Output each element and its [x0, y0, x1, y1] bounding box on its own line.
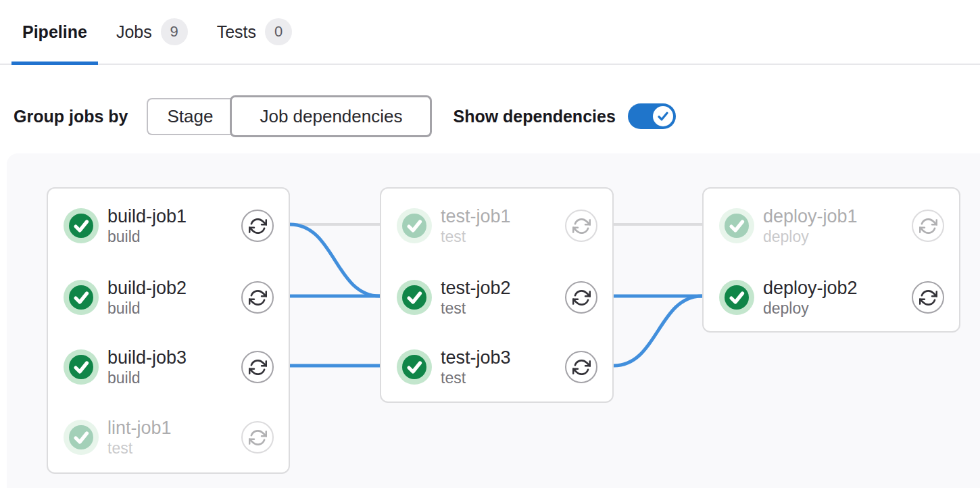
retry-icon: [572, 289, 591, 307]
job-name: deploy-job1: [763, 205, 858, 228]
show-dependencies-label: Show dependencies: [453, 107, 615, 126]
job-text: build-job2build: [107, 277, 187, 318]
job-name: lint-job1: [107, 417, 172, 439]
tab-jobs[interactable]: Jobs 9: [105, 0, 199, 64]
retry-job-button[interactable]: [241, 421, 274, 454]
job-stage-label: build: [107, 369, 187, 387]
tab-pipeline[interactable]: Pipeline: [11, 0, 98, 64]
job-row-lint-job1[interactable]: lint-job1test: [48, 404, 289, 471]
job-text: test-job2test: [441, 277, 511, 318]
job-row-deploy-job1[interactable]: deploy-job1deploy: [704, 192, 959, 260]
job-name: test-job3: [441, 347, 511, 369]
group-jobs-by-label: Group jobs by: [14, 107, 128, 126]
jobs-count-badge: 9: [161, 18, 188, 45]
retry-icon: [249, 289, 267, 307]
tests-count-badge: 0: [265, 18, 292, 45]
status-success-icon: [719, 280, 754, 315]
status-success-icon: [397, 280, 432, 315]
job-stage-label: test: [441, 228, 511, 246]
job-stage-label: test: [107, 439, 172, 458]
job-stage-label: build: [107, 228, 187, 246]
toggle-knob: [653, 106, 673, 126]
status-success-icon: [397, 208, 432, 243]
job-group-card: test-job1testtest-job2testtest-job3test: [380, 187, 614, 403]
retry-job-button[interactable]: [241, 281, 274, 314]
job-text: test-job1test: [441, 205, 511, 246]
pipeline-page: Pipeline Jobs 9 Tests 0 Group jobs by St…: [0, 0, 980, 488]
job-text: build-job3build: [107, 347, 187, 387]
status-success-icon: [64, 420, 99, 455]
tab-tests-label: Tests: [217, 22, 256, 42]
job-row-test-job2[interactable]: test-job2test: [381, 264, 612, 331]
retry-icon: [249, 217, 267, 235]
job-text: lint-job1test: [107, 417, 172, 458]
job-stage-label: deploy: [763, 228, 858, 246]
retry-job-button[interactable]: [565, 210, 597, 242]
job-stage-label: test: [441, 369, 511, 387]
job-text: test-job3test: [441, 347, 511, 387]
graph-controls: Group jobs by Stage Job dependencies Sho…: [14, 95, 980, 138]
job-row-test-job3[interactable]: test-job3test: [381, 333, 612, 401]
group-by-job-dependencies-button[interactable]: Job dependencies: [230, 95, 432, 137]
group-by-stage-button[interactable]: Stage: [147, 98, 232, 135]
retry-job-button[interactable]: [565, 281, 597, 314]
job-text: deploy-job2deploy: [763, 277, 858, 318]
job-stage-label: build: [107, 299, 187, 318]
retry-icon: [572, 358, 591, 376]
status-success-icon: [397, 349, 432, 385]
job-name: build-job3: [107, 347, 187, 369]
job-row-build-job2[interactable]: build-job2build: [48, 264, 289, 331]
status-success-icon: [64, 280, 99, 315]
job-row-build-job1[interactable]: build-job1build: [48, 192, 289, 260]
retry-job-button[interactable]: [241, 351, 274, 383]
job-name: build-job2: [107, 277, 187, 299]
group-jobs-segmented-control: Stage Job dependencies: [147, 95, 432, 137]
retry-icon: [249, 429, 267, 447]
pipeline-graph: build-job1buildbuild-job2buildbuild-job3…: [7, 153, 980, 488]
retry-icon: [919, 217, 937, 235]
job-group-card: build-job1buildbuild-job2buildbuild-job3…: [47, 187, 290, 474]
check-icon: [656, 109, 670, 123]
retry-icon: [919, 289, 937, 307]
job-row-build-job3[interactable]: build-job3build: [48, 333, 289, 401]
retry-job-button[interactable]: [912, 210, 944, 242]
retry-icon: [249, 358, 267, 376]
show-dependencies-toggle[interactable]: [628, 103, 676, 129]
dependency-link: [290, 224, 380, 296]
status-success-icon: [64, 349, 99, 385]
dependency-link: [614, 296, 702, 366]
job-stage-label: deploy: [763, 299, 858, 318]
status-success-icon: [64, 208, 99, 243]
tab-tests[interactable]: Tests 0: [206, 0, 303, 64]
job-name: deploy-job2: [763, 277, 858, 299]
status-success-icon: [719, 208, 754, 243]
job-text: deploy-job1deploy: [763, 205, 858, 246]
job-name: test-job2: [441, 277, 511, 299]
job-text: build-job1build: [107, 205, 187, 246]
job-stage-label: test: [441, 299, 511, 318]
retry-job-button[interactable]: [912, 281, 944, 314]
tab-jobs-label: Jobs: [116, 22, 152, 42]
job-name: test-job1: [441, 205, 511, 228]
job-row-test-job1[interactable]: test-job1test: [381, 192, 612, 260]
pipeline-tabs: Pipeline Jobs 9 Tests 0: [0, 0, 980, 65]
job-group-card: deploy-job1deploydeploy-job2deploy: [702, 187, 960, 333]
job-name: build-job1: [107, 205, 187, 228]
retry-job-button[interactable]: [241, 210, 274, 242]
retry-job-button[interactable]: [565, 351, 597, 383]
tab-pipeline-label: Pipeline: [22, 22, 87, 42]
retry-icon: [572, 217, 591, 235]
job-row-deploy-job2[interactable]: deploy-job2deploy: [704, 264, 959, 331]
